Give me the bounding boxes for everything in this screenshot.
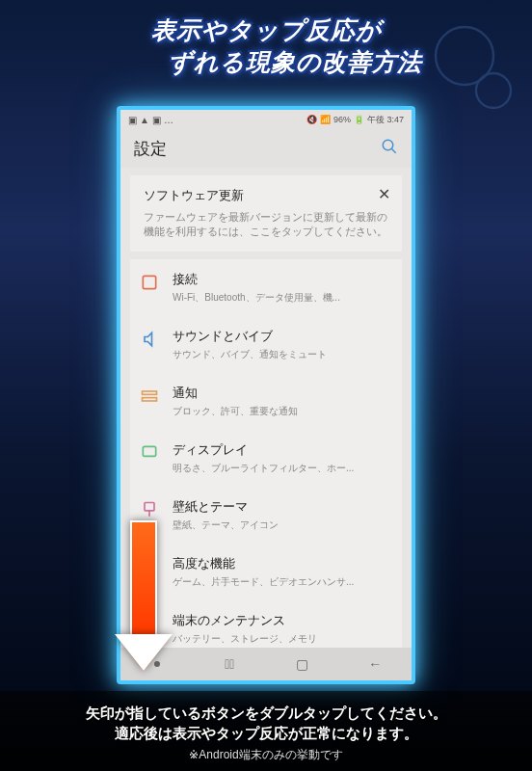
setting-label: 接続 xyxy=(173,271,392,288)
update-description: ファームウェアを最新バージョンに更新して最新の機能を利用するには、ここをタップし… xyxy=(144,210,388,240)
setting-item-connections[interactable]: 接続 Wi-Fi、Bluetooth、データ使用量、機... xyxy=(130,259,402,316)
update-title: ソフトウェア更新 xyxy=(144,187,388,204)
svg-point-1 xyxy=(476,73,511,108)
svg-point-2 xyxy=(383,140,393,150)
wallpaper-icon xyxy=(140,500,159,519)
setting-label: ディスプレイ xyxy=(173,441,392,459)
title-line-1: 表示やタップ反応が xyxy=(0,14,532,46)
setting-sub: ブロック、許可、重要な通知 xyxy=(173,405,392,418)
battery-icon: 🔋 xyxy=(354,115,364,124)
setting-label: 高度な機能 xyxy=(173,555,392,572)
clock-time: 午後 3:47 xyxy=(367,114,404,126)
search-icon[interactable] xyxy=(381,138,398,159)
battery-percent: 96% xyxy=(333,115,351,124)
setting-label: 端末のメンテナンス xyxy=(173,612,392,629)
setting-sub: 壁紙、テーマ、アイコン xyxy=(173,518,392,532)
svg-line-3 xyxy=(391,148,396,153)
close-icon[interactable]: ✕ xyxy=(378,185,390,203)
status-bar: ▣ ▲ ▣ … 🔇 📶 96% 🔋 午後 3:47 xyxy=(120,110,412,129)
display-icon xyxy=(140,443,159,463)
nav-home-button[interactable]: ▢ xyxy=(266,656,339,672)
setting-item-advanced[interactable]: 高度な機能 ゲーム、片手モード、ビデオエンハンサ... xyxy=(130,544,402,600)
mute-icon: 🔇 xyxy=(306,115,317,124)
pointer-arrow xyxy=(130,520,171,671)
setting-label: 通知 xyxy=(173,385,392,402)
nav-back-button[interactable]: ← xyxy=(339,656,412,672)
instruction-footer: 矢印が指しているボタンをダブルタップしてください。 適応後は表示やタップ反応が正… xyxy=(0,691,532,771)
signal-icon: 📶 xyxy=(320,115,331,124)
notifications-icon xyxy=(140,386,159,406)
svg-rect-5 xyxy=(143,391,157,394)
svg-rect-6 xyxy=(143,397,157,400)
notification-icon: ▣ xyxy=(152,115,161,125)
connections-icon xyxy=(140,273,159,292)
footer-note: ※Android端末のみの挙動です xyxy=(10,747,522,763)
sound-icon xyxy=(140,330,159,349)
title-line-2: ずれる現象の改善方法 xyxy=(58,46,532,78)
setting-sub: ゲーム、片手モード、ビデオエンハンサ... xyxy=(173,575,392,589)
setting-item-display[interactable]: ディスプレイ 明るさ、ブルーライトフィルター、ホー... xyxy=(130,430,402,487)
setting-item-wallpaper[interactable]: 壁紙とテーマ 壁紙、テーマ、アイコン xyxy=(130,487,402,544)
settings-list: 接続 Wi-Fi、Bluetooth、データ使用量、機... サウンドとバイブ … xyxy=(130,259,402,657)
svg-rect-8 xyxy=(145,502,154,510)
instruction-title: 表示やタップ反応が ずれる現象の改善方法 xyxy=(0,14,532,78)
notification-icon: ▲ xyxy=(140,115,149,125)
more-icon: … xyxy=(164,115,173,125)
svg-rect-7 xyxy=(143,446,155,456)
setting-sub: バッテリー、ストレージ、メモリ xyxy=(173,632,392,646)
notification-icon: ▣ xyxy=(128,115,137,125)
setting-item-notifications[interactable]: 通知 ブロック、許可、重要な通知 xyxy=(130,373,402,430)
nav-recents-button[interactable]: �⃞ xyxy=(194,656,267,672)
setting-sub: Wi-Fi、Bluetooth、データ使用量、機... xyxy=(173,291,392,305)
setting-label: サウンドとバイブ xyxy=(173,328,392,345)
software-update-card[interactable]: ソフトウェア更新 ファームウェアを最新バージョンに更新して最新の機能を利用するに… xyxy=(130,175,402,252)
svg-rect-4 xyxy=(143,276,155,288)
footer-line-1: 矢印が指しているボタンをダブルタップしてください。 xyxy=(10,703,522,723)
footer-line-2: 適応後は表示やタップ反応が正常になります。 xyxy=(10,723,522,743)
setting-sub: サウンド、バイブ、通知をミュート xyxy=(173,348,392,361)
setting-label: 壁紙とテーマ xyxy=(173,498,392,516)
app-header: 設定 xyxy=(120,129,412,168)
setting-item-sound[interactable]: サウンドとバイブ サウンド、バイブ、通知をミュート xyxy=(130,316,402,373)
setting-sub: 明るさ、ブルーライトフィルター、ホー... xyxy=(173,462,392,475)
page-title: 設定 xyxy=(134,138,167,160)
